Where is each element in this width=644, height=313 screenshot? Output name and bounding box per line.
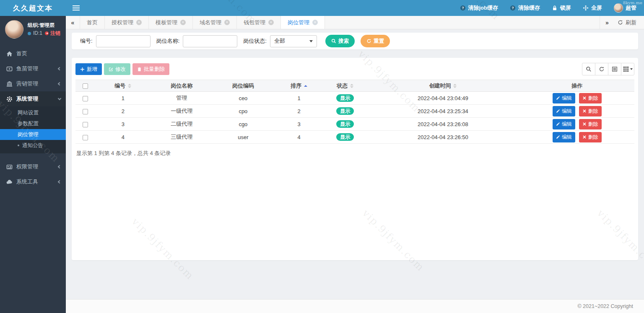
main-content: 编号: 岗位名称: 岗位状态: 全部 搜索 重置 新增 修改 (66, 29, 644, 299)
close-icon (582, 122, 587, 126)
top-navbar: ? 清除job缓存 ? 清除缓存 锁屏 全屏 超管 (66, 0, 644, 16)
column-header-status[interactable]: 状态 (324, 80, 366, 92)
close-icon[interactable]: × (268, 20, 274, 25)
expand-icon (583, 5, 589, 11)
row-checkbox[interactable] (83, 135, 88, 140)
close-icon (582, 109, 587, 113)
sidebar-item-notice[interactable]: 通知公告 (0, 140, 66, 151)
user-org: 组织:管理层 (28, 21, 60, 29)
question-circle-icon: ? (460, 5, 466, 11)
search-icon (331, 39, 336, 44)
close-icon[interactable]: × (224, 20, 230, 25)
tab-wallet[interactable]: 钱包管理 × (237, 16, 281, 29)
row-edit-button[interactable]: 编辑 (553, 106, 575, 116)
columns-grid-icon (623, 66, 629, 72)
lock-screen-button[interactable]: 锁屏 (552, 4, 571, 12)
column-header-actions: 操作 (520, 80, 634, 92)
sidebar-item-home[interactable]: 首页 (0, 46, 66, 61)
home-icon (6, 51, 13, 57)
chevron-left-icon (58, 165, 61, 168)
logout-link[interactable]: 注销 (44, 29, 60, 37)
reset-button[interactable]: 重置 (361, 35, 390, 47)
fullscreen-button[interactable]: 全屏 (583, 4, 602, 12)
user-menu[interactable]: 超管 (614, 3, 636, 13)
batch-delete-button[interactable]: 批量删除 (132, 63, 169, 75)
row-checkbox[interactable] (83, 96, 88, 101)
sort-asc-icon (304, 85, 307, 87)
refresh-icon (618, 20, 623, 25)
clear-cache-button[interactable]: ? 清除缓存 (510, 4, 540, 12)
clear-job-cache-button[interactable]: ? 清除job缓存 (460, 4, 499, 12)
sidebar: 组织:管理层 ID:1 注销 首页 鱼苗管理 营销管理 (0, 16, 66, 313)
edit-icon (556, 96, 560, 100)
app-logo: 久久超文本 (0, 0, 66, 16)
svg-text:?: ? (512, 6, 514, 10)
tab-post-management[interactable]: 岗位管理 × (281, 16, 325, 29)
row-delete-button[interactable]: 删除 (579, 93, 602, 103)
close-icon[interactable]: × (312, 20, 318, 25)
close-icon[interactable]: × (180, 20, 186, 25)
sidebar-item-parameter-config[interactable]: 参数配置 (0, 118, 66, 129)
sidebar-item-marketing[interactable]: 营销管理 (0, 76, 66, 91)
select-all-checkbox[interactable] (83, 83, 88, 89)
cloud-icon (6, 179, 13, 185)
tabs-scroll-right-button[interactable]: » (600, 19, 614, 26)
refresh-tab-button[interactable]: 刷新 (614, 19, 644, 26)
status-badge: 显示 (336, 120, 354, 128)
tab-authorization[interactable]: 授权管理 × (105, 16, 149, 29)
row-delete-button[interactable]: 删除 (579, 106, 602, 116)
sidebar-item-permission[interactable]: 权限管理 (0, 159, 66, 174)
close-icon[interactable]: × (136, 20, 142, 25)
id-card-icon (6, 164, 13, 170)
row-delete-button[interactable]: 删除 (579, 132, 602, 142)
tab-home[interactable]: 首页 (80, 16, 105, 29)
id-input[interactable] (96, 35, 151, 47)
chevron-left-icon (58, 82, 61, 85)
table-refresh-button[interactable] (595, 63, 608, 75)
tab-template[interactable]: 模板管理 × (149, 16, 193, 29)
gear-icon (6, 96, 13, 102)
table-toggle-view-button[interactable] (608, 63, 621, 75)
row-edit-button[interactable]: 编辑 (553, 132, 575, 142)
search-button[interactable]: 搜索 (325, 35, 355, 47)
svg-text:?: ? (462, 6, 464, 10)
column-header-order[interactable]: 排序 (274, 80, 324, 92)
chevron-down-icon (309, 40, 313, 42)
sidebar-toggle-button[interactable] (66, 0, 86, 16)
post-status-select[interactable]: 全部 (270, 35, 317, 47)
sidebar-item-post-management[interactable]: 岗位管理 (0, 129, 66, 140)
row-checkbox[interactable] (83, 122, 88, 127)
table-panel: 新增 修改 批量删除 (72, 58, 638, 260)
edit-icon (556, 135, 560, 139)
post-name-field-label: 岗位名称: (156, 37, 180, 45)
table-row: 2 一级代理 cpo 2 显示 2022-04-04 23:25:34 编辑 删… (75, 105, 634, 118)
tabs-scroll-left-button[interactable]: « (66, 16, 80, 29)
row-edit-button[interactable]: 编辑 (553, 93, 575, 103)
sign-out-icon (44, 31, 49, 36)
column-header-name[interactable]: 岗位名称 (151, 80, 213, 92)
id-field-label: 编号: (80, 37, 93, 45)
status-badge: 显示 (336, 107, 354, 115)
tab-domain[interactable]: 域名管理 × (193, 16, 237, 29)
add-button[interactable]: 新增 (75, 63, 102, 75)
column-header-created[interactable]: 创建时间 (366, 80, 520, 92)
post-status-field-label: 岗位状态: (243, 37, 267, 45)
edit-icon (556, 109, 560, 113)
column-header-id[interactable]: 编号 (95, 80, 151, 92)
edit-button[interactable]: 修改 (104, 63, 130, 75)
table-row: 1 管理 ceo 1 显示 2022-04-04 23:04:49 编辑 删除 (75, 92, 634, 105)
row-delete-button[interactable]: 删除 (579, 119, 602, 129)
table-row: 4 三级代理 user 4 显示 2022-04-04 23:26:50 编辑 … (75, 131, 634, 144)
row-edit-button[interactable]: 编辑 (553, 119, 575, 129)
sidebar-item-fry-management[interactable]: 鱼苗管理 (0, 61, 66, 76)
table-search-button[interactable] (582, 63, 595, 75)
bank-icon (6, 81, 13, 87)
sidebar-item-system-management[interactable]: 系统管理 (0, 91, 66, 106)
sidebar-item-system-tools[interactable]: 系统工具 (0, 174, 66, 189)
column-header-code[interactable]: 岗位编码 (213, 80, 274, 92)
table-toolbar: 新增 修改 批量删除 (75, 63, 634, 75)
post-name-input[interactable] (183, 35, 237, 47)
table-columns-button[interactable] (621, 63, 634, 75)
row-checkbox[interactable] (83, 109, 88, 114)
sidebar-item-site-settings[interactable]: 网站设置 (0, 107, 66, 118)
